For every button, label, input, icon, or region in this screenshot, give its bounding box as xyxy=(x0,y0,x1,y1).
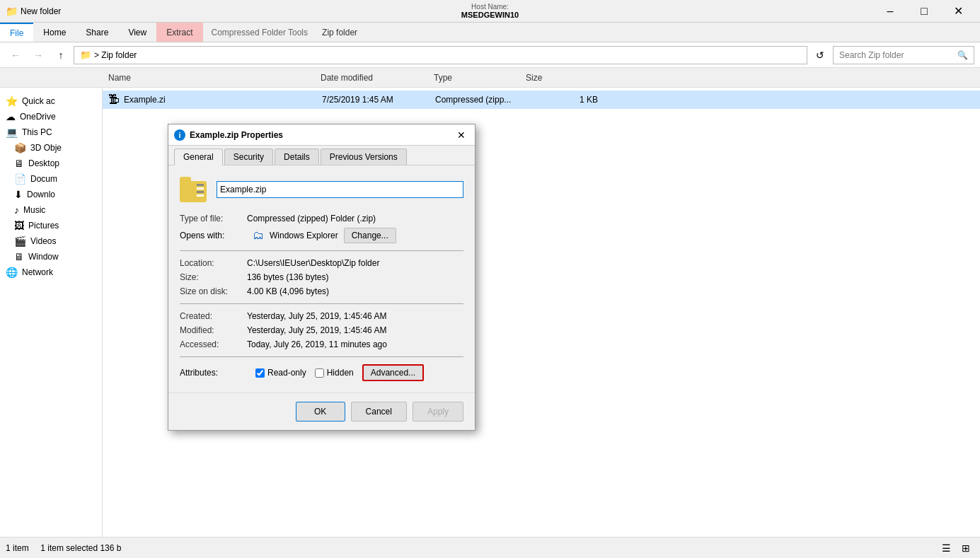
downloads-icon: ⬇ xyxy=(14,189,23,200)
search-input[interactable] xyxy=(839,50,955,60)
col-header-size[interactable]: Size xyxy=(520,68,591,87)
sidebar-item-quick-access[interactable]: ⭐ Quick ac xyxy=(0,93,102,109)
this-pc-icon: 💻 xyxy=(6,127,18,138)
sidebar-item-pictures[interactable]: 🖼 Pictures xyxy=(0,218,102,233)
opens-with-app: Windows Explorer xyxy=(270,231,338,240)
table-row[interactable]: 🗜 Example.zi 7/25/2019 1:45 AM Compresse… xyxy=(103,91,980,109)
sidebar-item-label: Videos xyxy=(30,236,56,246)
file-type: Compressed (zipp... xyxy=(435,95,527,105)
sidebar-item-downloads[interactable]: ⬇ Downlo xyxy=(0,187,102,202)
title-bar-controls: – □ ✕ xyxy=(874,0,974,23)
sidebar-item-this-pc[interactable]: 💻 This PC xyxy=(0,124,102,140)
prop-label-location: Location: xyxy=(180,258,247,268)
sidebar-item-desktop[interactable]: 🖥 Desktop xyxy=(0,156,102,171)
sidebar-item-label: This PC xyxy=(22,127,52,137)
back-button[interactable]: ← xyxy=(6,45,25,65)
attributes-row: Attributes: Read-only Hidden Advanced... xyxy=(180,364,463,381)
tab-home[interactable]: Home xyxy=(33,23,76,42)
prop-value-type: Compressed (zipped) Folder (.zip) xyxy=(247,214,376,223)
hidden-checkbox[interactable] xyxy=(315,368,324,378)
dialog-title-text: Example.zip Properties xyxy=(190,130,283,140)
cancel-button[interactable]: Cancel xyxy=(351,402,407,422)
apply-button[interactable]: Apply xyxy=(413,402,463,422)
documents-icon: 📄 xyxy=(14,173,26,185)
info-icon: i xyxy=(174,129,185,141)
change-button[interactable]: Change... xyxy=(344,228,396,243)
large-icons-button[interactable]: ⊞ xyxy=(957,540,974,557)
maximize-button[interactable]: □ xyxy=(908,0,940,23)
sidebar-item-documents[interactable]: 📄 Docum xyxy=(0,171,102,187)
hostname-label: Host Name: xyxy=(471,3,509,11)
up-button[interactable]: ↑ xyxy=(51,45,71,65)
prop-label-size: Size: xyxy=(180,272,247,282)
sidebar-item-label: Downlo xyxy=(27,190,55,199)
properties-dialog: i Example.zip Properties ✕ General Secur… xyxy=(168,124,475,431)
sidebar-item-network[interactable]: 🌐 Network xyxy=(0,265,102,280)
prop-row-accessed: Accessed: Today, July 26, 2019, 11 minut… xyxy=(180,339,463,349)
tab-details[interactable]: Details xyxy=(275,149,319,165)
file-zip-icon: 🗜 xyxy=(108,93,120,106)
divider-1 xyxy=(180,250,463,251)
tab-share[interactable]: Share xyxy=(76,23,118,42)
minimize-button[interactable]: – xyxy=(874,0,906,23)
dialog-content: Type of file: Compressed (zipped) Folder… xyxy=(168,165,475,393)
address-path[interactable]: 📁 > Zip folder xyxy=(74,46,807,64)
col-header-name[interactable]: Name xyxy=(103,68,315,87)
opens-with-label: Opens with: xyxy=(180,231,247,240)
prop-value-size-disk: 4.00 KB (4,096 bytes) xyxy=(247,286,329,296)
prop-row-size: Size: 136 bytes (136 bytes) xyxy=(180,272,463,282)
quick-access-icon: ⭐ xyxy=(6,95,18,107)
tab-previous-versions[interactable]: Previous Versions xyxy=(321,149,407,165)
prop-label-type: Type of file: xyxy=(180,214,247,223)
sidebar-item-label: Pictures xyxy=(28,221,59,231)
hidden-checkbox-label[interactable]: Hidden xyxy=(315,368,354,378)
prop-row-modified: Modified: Yesterday, July 25, 2019, 1:45… xyxy=(180,325,463,335)
title-bar-center: Host Name: MSEDGEWIN10 xyxy=(461,3,519,19)
filename-input[interactable] xyxy=(217,181,463,198)
hidden-label: Hidden xyxy=(327,368,354,378)
readonly-label: Read-only xyxy=(267,368,306,378)
dialog-title: i Example.zip Properties xyxy=(174,129,283,141)
dialog-close-button[interactable]: ✕ xyxy=(454,127,469,143)
sidebar-item-videos[interactable]: 🎬 Videos xyxy=(0,233,102,249)
prop-value-modified: Yesterday, July 25, 2019, 1:45:46 AM xyxy=(247,325,386,335)
ok-button[interactable]: OK xyxy=(296,402,345,422)
tab-extract[interactable]: Extract xyxy=(156,23,202,42)
search-box[interactable]: 🔍 xyxy=(833,46,974,64)
readonly-checkbox[interactable] xyxy=(255,368,265,378)
dialog-tabs: General Security Details Previous Versio… xyxy=(168,146,475,165)
prop-row-created: Created: Yesterday, July 25, 2019, 1:45:… xyxy=(180,311,463,321)
tab-general[interactable]: General xyxy=(174,149,223,165)
prop-label-size-disk: Size on disk: xyxy=(180,286,247,296)
sidebar-item-music[interactable]: ♪ Music xyxy=(0,202,102,218)
sidebar-item-windows[interactable]: 🖥 Window xyxy=(0,249,102,265)
file-date: 7/25/2019 1:45 AM xyxy=(322,95,435,105)
window-close-button[interactable]: ✕ xyxy=(942,0,974,23)
prop-row-location: Location: C:\Users\IEUser\Desktop\Zip fo… xyxy=(180,258,463,268)
sidebar-item-label: Music xyxy=(23,205,45,215)
tab-file[interactable]: File xyxy=(0,23,33,42)
sidebar-item-onedrive[interactable]: ☁ OneDrive xyxy=(0,109,102,124)
tab-security[interactable]: Security xyxy=(224,149,273,165)
desktop-icon: 🖥 xyxy=(14,158,24,169)
prop-label-modified: Modified: xyxy=(180,325,247,335)
search-icon: 🔍 xyxy=(957,50,968,60)
tab-view[interactable]: View xyxy=(118,23,156,42)
onedrive-icon: ☁ xyxy=(6,111,16,122)
compressed-tools-label: Compressed Folder Tools xyxy=(203,28,317,37)
prop-row-size-disk: Size on disk: 4.00 KB (4,096 bytes) xyxy=(180,286,463,296)
forward-button[interactable]: → xyxy=(28,45,48,65)
title-bar-left: 📁 New folder xyxy=(6,6,61,17)
advanced-button[interactable]: Advanced... xyxy=(362,364,424,381)
column-headers: Name Date modified Type Size xyxy=(0,68,980,88)
divider-3 xyxy=(180,356,463,357)
sidebar-item-label: OneDrive xyxy=(20,112,56,122)
dialog-title-bar: i Example.zip Properties ✕ xyxy=(168,124,475,146)
sidebar-item-3d-objects[interactable]: 📦 3D Obje xyxy=(0,140,102,156)
refresh-button[interactable]: ↺ xyxy=(810,45,830,65)
details-view-button[interactable]: ☰ xyxy=(938,540,955,557)
readonly-checkbox-label[interactable]: Read-only xyxy=(255,368,306,378)
status-left: 1 item 1 item selected 136 b xyxy=(6,543,121,553)
col-header-type[interactable]: Type xyxy=(428,68,520,87)
col-header-date[interactable]: Date modified xyxy=(315,68,428,87)
